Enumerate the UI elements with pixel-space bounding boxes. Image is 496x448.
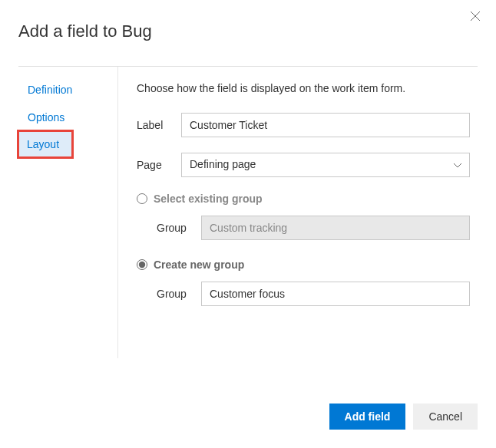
existing-group-section: Select existing group Group — [137, 193, 470, 240]
content-area: Definition Options Layout Choose how the… — [18, 67, 478, 358]
new-group-input[interactable] — [201, 282, 470, 306]
new-group-section: Create new group Group — [137, 259, 470, 306]
new-group-row: Group — [137, 282, 470, 306]
footer: Add field Cancel — [329, 404, 478, 430]
sidebar-item-options[interactable]: Options — [18, 104, 117, 131]
label-field-label: Label — [137, 119, 181, 131]
page-field-label: Page — [137, 159, 181, 171]
label-input[interactable] — [181, 113, 470, 137]
existing-group-radio-label: Select existing group — [154, 193, 263, 205]
close-icon[interactable] — [470, 11, 481, 24]
add-field-button[interactable]: Add field — [329, 404, 406, 430]
sidebar: Definition Options Layout — [18, 67, 118, 358]
new-group-label: Group — [157, 288, 201, 300]
dialog-title: Add a field to Bug — [18, 21, 478, 41]
sidebar-item-layout[interactable]: Layout — [19, 132, 71, 156]
sidebar-item-definition[interactable]: Definition — [18, 76, 117, 104]
label-row: Label — [137, 113, 470, 137]
existing-group-row: Group — [137, 216, 470, 240]
existing-group-radio-row[interactable]: Select existing group — [137, 193, 470, 205]
intro-text: Choose how the field is displayed on the… — [137, 82, 470, 94]
new-group-radio[interactable] — [137, 259, 147, 270]
highlight-box: Layout — [17, 130, 74, 159]
page-select-wrapper[interactable]: Defining page — [181, 153, 470, 177]
existing-group-label: Group — [157, 222, 201, 234]
page-select[interactable]: Defining page — [181, 153, 470, 177]
new-group-radio-label: Create new group — [154, 259, 244, 271]
main-panel: Choose how the field is displayed on the… — [118, 67, 478, 358]
new-group-radio-row[interactable]: Create new group — [137, 259, 470, 271]
existing-group-input — [201, 216, 470, 240]
existing-group-radio[interactable] — [137, 193, 147, 204]
cancel-button[interactable]: Cancel — [413, 404, 478, 430]
page-row: Page Defining page — [137, 153, 470, 177]
